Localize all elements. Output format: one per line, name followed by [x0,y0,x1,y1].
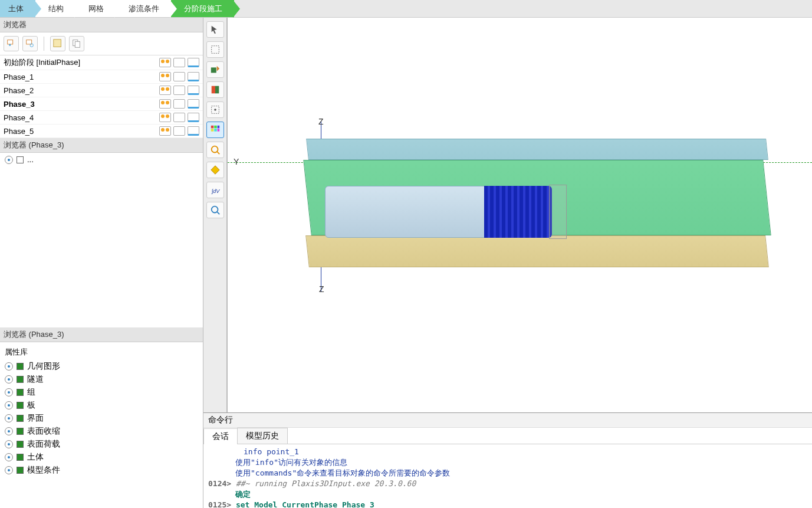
visibility-icon[interactable] [5,440,13,448]
attr-item[interactable]: 隧道 [4,373,199,386]
phase-browser-row[interactable]: ... [0,153,203,166]
stage-tab-mesh[interactable]: 网格 [75,0,116,17]
visibility-icon[interactable] [5,156,13,164]
phase-view-icon[interactable] [173,126,185,136]
checkbox-on[interactable] [17,441,24,448]
phase-status-icon[interactable] [159,86,171,95]
add-phase-button[interactable] [4,36,19,51]
axis-label-z-top: Z [318,117,324,126]
phase-view-icon[interactable] [173,72,185,81]
select-points-button[interactable] [206,162,224,178]
copy-phase-button[interactable] [69,36,84,51]
visibility-icon[interactable] [5,375,13,384]
phase-view-icon[interactable] [173,86,185,95]
phase-view-icon[interactable] [173,113,185,122]
cmd-line: info point_1 [244,447,299,456]
attribute-tree: 属性库 几何图形 隧道 组 板 界面 表面收缩 表面荷载 土体 模型条件 [0,342,203,508]
visibility-icon[interactable] [5,388,13,396]
attr-item[interactable]: 模型条件 [4,464,199,477]
move-tool-button[interactable] [206,61,224,78]
stage-tab-staged[interactable]: 分阶段施工 [171,0,234,17]
phase-status-icon[interactable] [159,99,171,109]
stage-bar: 土体 结构 网格 渗流条件 分阶段施工 [0,0,812,18]
preview-calculation-button[interactable] [206,142,224,158]
attr-item[interactable]: 几何图形 [4,360,199,373]
phase-view-icon[interactable] [173,58,185,67]
phase-output-icon[interactable] [188,58,199,67]
visibility-icon[interactable] [5,427,13,435]
visibility-icon[interactable] [5,466,13,474]
attr-label: 几何图形 [27,361,60,372]
select-tool-button[interactable] [206,21,224,38]
attr-label: 表面收缩 [27,426,60,437]
command-tab-history[interactable]: 模型历史 [237,428,288,444]
attr-item[interactable]: 表面收缩 [4,425,199,438]
stage-tab-structure[interactable]: 结构 [35,0,75,17]
phase-row[interactable]: Phase_5 [0,124,203,138]
command-panel: 命令行 会话 模型历史 info point_1 使用"info"访问有关对象的… [203,412,812,508]
stage-tab-flow[interactable]: 渗流条件 [116,0,171,17]
phase-output-icon[interactable] [188,86,199,95]
command-tab-session[interactable]: 会话 [203,428,238,444]
calculate-button[interactable]: ∫dV [206,182,224,198]
cmd-line: ##~ running Plaxis3DInput.exe 20.3.0.60 [236,479,416,488]
checkbox-on[interactable] [17,428,24,435]
visibility-icon[interactable] [5,414,13,422]
phase-list: 初始阶段 [InitialPhase] Phase_1 Phase_2 Phas… [0,55,203,138]
checkbox-on[interactable] [17,415,24,422]
attr-item[interactable]: 表面荷载 [4,438,199,451]
phase-output-icon[interactable] [188,72,199,81]
tunnel-face[interactable] [549,185,567,239]
explorer-header: 浏览器 [0,18,203,32]
attr-item[interactable]: 土体 [4,451,199,464]
checkbox-on[interactable] [17,363,24,370]
phase-output-icon[interactable] [188,126,199,136]
soil-layer-top[interactable] [306,139,768,160]
phase-row[interactable]: 初始阶段 [InitialPhase] [0,55,203,70]
checkbox-on[interactable] [17,376,24,383]
checkbox-on[interactable] [17,454,24,461]
attr-label: 模型条件 [27,465,60,476]
checkbox-on[interactable] [17,402,24,409]
selection-filter-button[interactable] [206,101,224,118]
phase-row-active[interactable]: Phase_3 [0,97,203,111]
checkbox[interactable] [17,156,24,163]
toggle-activation-button[interactable] [206,81,224,98]
visibility-icon[interactable] [5,453,13,461]
checkbox-on[interactable] [17,467,24,474]
view-results-button[interactable] [206,202,224,218]
phase-status-icon[interactable] [159,72,171,81]
phase-output-icon[interactable] [188,113,199,122]
visibility-icon[interactable] [5,362,13,371]
phase-status-icon[interactable] [159,126,171,136]
svg-point-12 [214,109,216,111]
phase-row[interactable]: Phase_2 [0,84,203,97]
phase-view-icon[interactable] [173,99,185,109]
visibility-icon[interactable] [5,401,13,409]
show-materials-button[interactable] [206,122,224,138]
checkbox-on[interactable] [17,389,24,396]
phase-browser: ... [0,153,203,166]
delete-phase-button[interactable] [22,36,38,51]
viewport-3d[interactable]: Y Z Z X X [227,18,812,412]
phase-status-icon[interactable] [159,113,171,122]
attr-item[interactable]: 组 [4,386,199,399]
attr-item[interactable]: 板 [4,399,199,412]
soil-layer-bottom[interactable] [305,235,769,267]
cmd-line: 使用"commands"命令来查看目标对象的命令所需要的命令参数 [235,468,450,477]
tunnel-shield[interactable] [484,186,552,238]
phase-row[interactable]: Phase_4 [0,111,203,124]
rectangle-select-button[interactable] [206,41,224,58]
attr-item[interactable]: 界面 [4,412,199,425]
attribute-library-header[interactable]: 属性库 [4,345,199,360]
edit-phase-button[interactable] [50,36,65,51]
phase-name: 初始阶段 [InitialPhase] [4,57,159,68]
svg-rect-18 [217,129,219,132]
command-output[interactable]: info point_1 使用"info"访问有关对象的信息 使用"comman… [203,444,812,508]
phase-browser-header: 浏览器 (Phase_3) [0,138,203,153]
model-3d[interactable] [307,139,767,268]
stage-tab-soil[interactable]: 土体 [0,0,35,17]
phase-output-icon[interactable] [188,99,199,109]
phase-row[interactable]: Phase_1 [0,70,203,84]
phase-status-icon[interactable] [159,58,171,67]
